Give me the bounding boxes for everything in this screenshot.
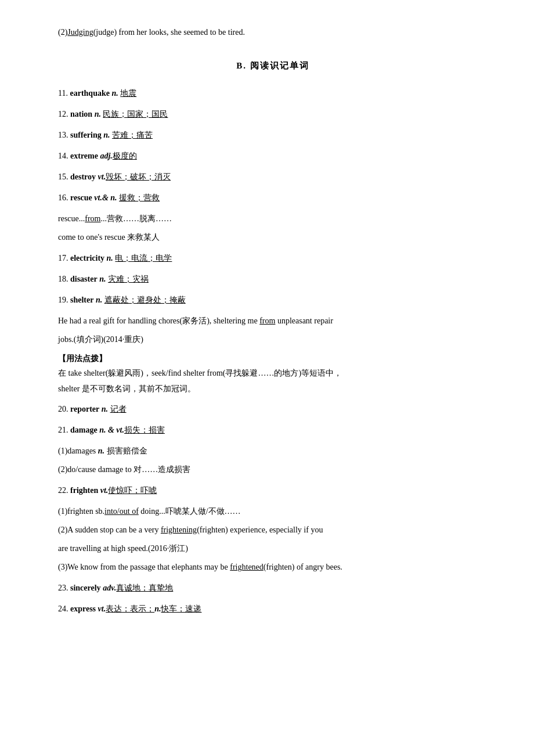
- shelter-sentence-1: He had a real gift for handling chores(家…: [58, 313, 488, 329]
- usage-line-1: 在 take shelter(躲避风雨)，seek/find shelter f…: [58, 366, 488, 381]
- vocab-item-sincerely: 23. sincerely adv.真诚地；真挚地: [58, 580, 488, 596]
- vocab-item-shelter: 19. shelter n. 遮蔽处；避身处；掩蔽: [58, 292, 488, 308]
- vocab-item-earthquake: 11. earthquake n. 地震: [58, 85, 488, 102]
- frighten-note-1: (1)frighten sb.into/out of doing...吓唬某人做…: [58, 503, 488, 520]
- shelter-sentence-2: jobs.(填介词)(2014·重庆): [58, 332, 488, 348]
- vocab-item-nation: 12. nation n. 民族；国家；国民: [58, 106, 488, 123]
- judging-word: Judging: [67, 28, 93, 37]
- vocab-list-5: 23. sincerely adv.真诚地；真挚地 24. express vt…: [58, 580, 488, 617]
- frighten-sentence-1b: are travelling at high speed.(2016·浙江): [58, 541, 488, 557]
- rescue-note-2: come to one's rescue 来救某人: [58, 229, 488, 246]
- usage-box-shelter: 【用法点拨】 在 take shelter(躲避风雨)，seek/find sh…: [58, 351, 488, 397]
- section-b-title: B. 阅读识记单词: [58, 58, 488, 74]
- vocab-item-rescue: 16. rescue vt.& n. 援救；营救: [58, 190, 488, 206]
- rescue-note-1: rescue...from...营救……脱离……: [58, 211, 488, 227]
- vocab-list-4: 22. frighten vt.使惊吓；吓唬 (1)frighten sb.in…: [58, 483, 488, 575]
- vocab-list-2: 17. electricity n. 电；电流；电学 18. disaster …: [58, 250, 488, 348]
- vocab-item-disaster: 18. disaster n. 灾难；灾祸: [58, 271, 488, 287]
- vocab-list-1: 11. earthquake n. 地震 12. nation n. 民族；国家…: [58, 85, 488, 246]
- vocab-item-destroy: 15. destroy vt.毁坏；破坏；消灭: [58, 169, 488, 185]
- vocab-item-reporter: 20. reporter n. 记者: [58, 401, 488, 417]
- frighten-sentence-2: (3)We know from the passage that elephan…: [58, 559, 488, 575]
- usage-title: 【用法点拨】: [58, 351, 488, 366]
- intro-num: (2): [58, 28, 67, 37]
- vocab-item-suffering: 13. suffering n. 苦难；痛苦: [58, 127, 488, 143]
- vocab-item-extreme: 14. extreme adj.极度的: [58, 148, 488, 164]
- frighten-sentence-1: (2)A sudden stop can be a very frighteni…: [58, 522, 488, 538]
- damage-note-1: (1)damages n. 损害赔偿金: [58, 443, 488, 459]
- usage-line-2: shelter 是不可数名词，其前不加冠词。: [58, 381, 488, 397]
- intro-rest: (judge) from her looks, she seemed to be…: [93, 28, 245, 37]
- vocab-item-express: 24. express vt.表达；表示；n.快车；速递: [58, 601, 488, 617]
- intro-line: (2)Judging(judge) from her looks, she se…: [58, 24, 488, 41]
- vocab-list-3: 20. reporter n. 记者 21. damage n. & vt.损失…: [58, 401, 488, 478]
- vocab-item-electricity: 17. electricity n. 电；电流；电学: [58, 250, 488, 267]
- intro-section: (2)Judging(judge) from her looks, she se…: [58, 24, 488, 41]
- vocab-item-frighten: 22. frighten vt.使惊吓；吓唬: [58, 483, 488, 499]
- vocab-item-damage: 21. damage n. & vt.损失；损害: [58, 422, 488, 438]
- damage-note-2: (2)do/cause damage to 对……造成损害: [58, 462, 488, 478]
